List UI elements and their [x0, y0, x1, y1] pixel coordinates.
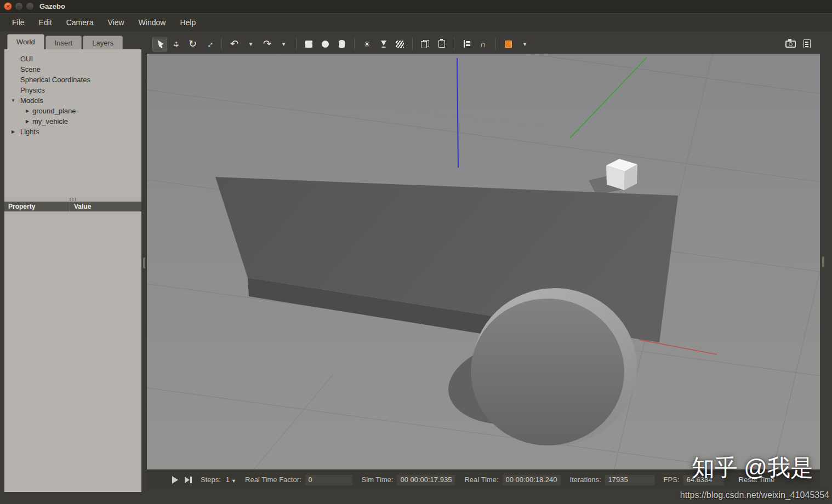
expand-arrow-icon[interactable]: ▶ — [10, 127, 16, 137]
toolbar-separator — [354, 38, 355, 50]
tree-item-label: Spherical Coordinates — [20, 76, 90, 84]
directional-light-button[interactable] — [392, 37, 407, 51]
gazebo-window: ✕ − Gazebo FileEditCameraViewWindowHelp … — [0, 0, 832, 504]
minimize-button[interactable]: − — [15, 2, 23, 10]
collapse-arrow-icon[interactable]: ▼ — [10, 95, 16, 106]
step-icon — [185, 477, 190, 483]
play-button[interactable] — [172, 476, 178, 484]
steps-label: Steps: — [201, 476, 221, 484]
unit-box[interactable] — [606, 159, 637, 190]
tree-splitter-handle[interactable] — [4, 197, 141, 202]
caret-down-icon — [282, 41, 286, 47]
tree-item-my_vehicle[interactable]: ▶my_vehicle — [4, 116, 141, 127]
property-column-header[interactable]: Property — [4, 202, 70, 211]
watermark-url: https://blog.csdn.net/weixin_41045354 — [680, 490, 829, 500]
log-record-button[interactable] — [800, 37, 814, 51]
panel-splitter[interactable] — [141, 34, 147, 492]
select-tool[interactable] — [152, 37, 167, 51]
redo-history-button[interactable] — [276, 37, 291, 51]
tree-item-scene[interactable]: Scene — [4, 64, 141, 75]
view-angle-dropdown[interactable] — [517, 37, 532, 51]
spot-light-icon — [380, 40, 387, 48]
property-table-header: Property Value — [4, 202, 141, 211]
paste-icon — [438, 40, 445, 48]
property-table-body — [4, 211, 141, 492]
tree-item-gui[interactable]: GUI — [4, 54, 141, 64]
view-angle-icon — [505, 41, 512, 48]
tree-item-lights[interactable]: ▶Lights — [4, 127, 141, 137]
right-panel-splitter[interactable] — [820, 34, 832, 489]
insert-box-button[interactable] — [301, 37, 316, 51]
move-icon — [172, 39, 181, 49]
titlebar[interactable]: ✕ − Gazebo — [0, 0, 832, 13]
view-angle-button[interactable] — [501, 37, 516, 51]
point-light-button[interactable] — [360, 37, 374, 51]
undo-history-button[interactable] — [243, 37, 258, 51]
world-tree: GUISceneSpherical CoordinatesPhysics▼Mod… — [4, 49, 141, 197]
rotate-tool[interactable] — [185, 37, 200, 51]
screenshot-button[interactable] — [783, 37, 798, 51]
watermark-brand: 知乎 @我是 — [692, 453, 813, 483]
menu-file[interactable]: File — [5, 14, 32, 31]
toolbar-separator — [495, 38, 496, 50]
redo-icon — [263, 39, 271, 49]
maximize-button[interactable] — [26, 2, 34, 10]
tree-item-label: Lights — [20, 128, 39, 136]
iterations-value: 17935 — [605, 474, 655, 485]
steps-value[interactable]: 1 — [226, 476, 230, 484]
copy-icon — [421, 40, 429, 48]
real-time-factor-label: Real Time Factor: — [245, 476, 301, 484]
caret-down-icon — [249, 41, 253, 47]
tree-item-physics[interactable]: Physics — [4, 85, 141, 95]
render-scene[interactable] — [147, 54, 820, 489]
tree-item-label: my_vehicle — [32, 117, 68, 125]
toolbar-separator — [296, 38, 297, 50]
snap-button[interactable] — [476, 37, 491, 51]
sim-time-value: 00 00:00:17.935 — [396, 474, 455, 485]
tree-item-label: Models — [20, 96, 43, 105]
directional-light-icon — [396, 41, 404, 48]
play-icon — [172, 476, 178, 484]
toolbar-separator — [454, 38, 454, 50]
align-icon — [463, 40, 471, 48]
tree-item-spherical-coordinates[interactable]: Spherical Coordinates — [4, 75, 141, 85]
real-time-factor-value: 0 — [305, 474, 353, 485]
sim-time-label: Sim Time: — [362, 476, 394, 484]
grip-icon — [70, 198, 77, 201]
tree-item-label: Physics — [20, 86, 45, 94]
translate-tool[interactable] — [169, 37, 184, 51]
steps-spinner-icon[interactable]: ▼ — [231, 478, 236, 484]
insert-cylinder-button[interactable] — [334, 37, 349, 51]
insert-sphere-button[interactable] — [318, 37, 333, 51]
scale-tool[interactable] — [202, 37, 216, 51]
fps-label: FPS: — [664, 476, 680, 484]
value-column-header[interactable]: Value — [70, 202, 91, 211]
toolbar — [147, 34, 820, 54]
menu-camera[interactable]: Camera — [59, 14, 101, 31]
redo-button[interactable] — [260, 37, 275, 51]
menu-edit[interactable]: Edit — [32, 14, 59, 31]
spot-light-button[interactable] — [376, 37, 391, 51]
menu-view[interactable]: View — [100, 14, 131, 31]
panel-tabs: WorldInsertLayers — [4, 34, 123, 49]
copy-button[interactable] — [418, 37, 432, 51]
splitter-grip-icon — [143, 257, 145, 268]
tab-world[interactable]: World — [7, 34, 44, 49]
step-button[interactable] — [185, 477, 192, 483]
expand-arrow-icon[interactable]: ▶ — [24, 106, 31, 116]
undo-button[interactable] — [227, 37, 242, 51]
tree-item-models[interactable]: ▼Models — [4, 95, 141, 106]
tree-item-ground_plane[interactable]: ▶ground_plane — [4, 106, 141, 116]
paste-button[interactable] — [434, 37, 449, 51]
menu-help[interactable]: Help — [173, 14, 203, 31]
menu-window[interactable]: Window — [132, 14, 173, 31]
align-button[interactable] — [459, 37, 474, 51]
close-button[interactable]: ✕ — [4, 2, 12, 10]
tab-layers[interactable]: Layers — [83, 36, 123, 49]
tree-item-label: Scene — [20, 65, 41, 73]
menubar: FileEditCameraViewWindowHelp — [0, 14, 832, 31]
expand-arrow-icon[interactable]: ▶ — [24, 116, 31, 127]
tab-insert[interactable]: Insert — [45, 36, 82, 49]
vehicle-wheel-face[interactable] — [471, 299, 624, 445]
snap-icon — [480, 40, 486, 48]
